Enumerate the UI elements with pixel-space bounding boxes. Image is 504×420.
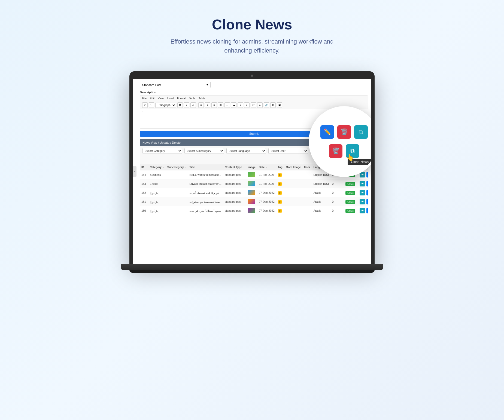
col-tag: Tag (276, 164, 284, 170)
menu-file[interactable]: File (142, 97, 147, 100)
paragraph-select[interactable]: Paragraph (155, 103, 176, 108)
col-user: User (302, 164, 312, 170)
magnify-delete-btn[interactable]: 🗑️ (337, 125, 351, 139)
menu-table[interactable]: Table (199, 97, 205, 100)
subcategory-filter[interactable]: Select Subcategory (184, 148, 224, 154)
menu-format[interactable]: Format (177, 97, 186, 100)
laptop-body: ✏️ 🗑️ ⧉ 🗑️ ⧉ Clone News 👆 ‹ (129, 71, 375, 264)
cell-id: 154 (140, 170, 148, 179)
undo-btn[interactable]: ↩ (142, 102, 148, 108)
cell-views: 0 (330, 188, 344, 197)
col-more-image: More Image (284, 164, 303, 170)
col-category: Category ↕ (148, 164, 166, 170)
indent-btn[interactable]: ⇥ (238, 102, 243, 108)
cell-operate: 👁 ✏ 🗑 ⧉ (358, 197, 368, 206)
col-title: Title ↕ (188, 164, 223, 170)
view-btn[interactable]: 👁 (360, 208, 365, 213)
magnify-clone-btn[interactable]: ⧉ (354, 125, 368, 139)
cell-subcategory (166, 206, 188, 215)
align-center-btn[interactable]: ≡ (205, 102, 210, 108)
link-btn[interactable]: 🔗 (264, 102, 269, 108)
user-filter[interactable]: Select User (268, 148, 308, 154)
cell-tag: 0 (276, 188, 284, 197)
view-btn[interactable]: 👁 (360, 181, 365, 186)
cell-content-type: standard post (223, 170, 246, 179)
laptop-foot (129, 270, 375, 273)
menu-view[interactable]: View (158, 97, 164, 100)
media-btn[interactable]: ▣ (277, 102, 282, 108)
cell-tag: 0 (276, 179, 284, 188)
outdent-btn[interactable]: ⇤ (244, 102, 250, 108)
menu-edit[interactable]: Edit (150, 97, 154, 100)
cell-user (302, 188, 312, 197)
cell-status: Active (344, 188, 358, 197)
table-btn[interactable]: ⊞ (218, 102, 223, 108)
superscript-btn[interactable]: x² (251, 102, 256, 108)
cell-more-image: - (284, 197, 303, 206)
menu-insert[interactable]: Insert (167, 97, 174, 100)
cell-user (302, 170, 312, 179)
bold-btn[interactable]: B (177, 102, 183, 108)
cell-date: 27-Dec-2022 (257, 206, 276, 215)
cell-id: 153 (140, 179, 148, 188)
edit-btn[interactable]: ✏ (366, 208, 368, 213)
align-right-btn[interactable]: ≡ (211, 102, 217, 108)
col-id: ID ↕ (140, 164, 148, 170)
table-body: 154 Business NSEE wants to increase... s… (140, 170, 368, 215)
cell-content-type: standard post (223, 188, 246, 197)
cell-views: 0 (330, 197, 344, 206)
redo-btn[interactable]: ↪ (149, 102, 154, 108)
sidebar-toggle[interactable]: ‹ (133, 166, 136, 177)
edit-btn[interactable]: ✏ (366, 172, 368, 177)
cell-language: Arabic (312, 188, 330, 197)
magnify-row-top: ✏️ 🗑️ ⧉ (320, 125, 368, 139)
highlight-btn[interactable]: A (190, 102, 196, 108)
cell-more-image: - (284, 179, 303, 188)
list-btn[interactable]: ☰ (224, 102, 230, 108)
cursor-hand-icon: 👆 (346, 154, 354, 161)
cell-operate: 👁 ✏ 🗑 ⧉ (358, 206, 368, 215)
image-btn[interactable]: 🖼 (270, 102, 276, 108)
edit-btn[interactable]: ✏ (366, 199, 368, 204)
cell-subcategory (166, 188, 188, 197)
cell-content-type: standard post (223, 179, 246, 188)
laptop-wrapper: ✏️ 🗑️ ⧉ 🗑️ ⧉ Clone News 👆 ‹ (129, 71, 375, 273)
cell-views: 0 (330, 206, 344, 215)
post-type-select[interactable]: Standard Post ▾ (140, 82, 211, 88)
cell-language: Arabic (312, 197, 330, 206)
view-btn[interactable]: 👁 (360, 190, 365, 195)
table-row: 150 إش/واج ...مجمع "صيدال" يعلن عن ت sta… (140, 206, 368, 215)
magnify-edit-btn[interactable]: ✏️ (320, 125, 334, 139)
cell-status: Active (344, 206, 358, 215)
category-filter[interactable]: Select Category (142, 148, 182, 154)
view-btn[interactable]: 👁 (360, 199, 365, 204)
cell-image (246, 197, 257, 206)
cell-status: Active (344, 179, 358, 188)
menu-tools[interactable]: Tools (189, 97, 195, 100)
cell-category: إش/واج (148, 188, 166, 197)
ordered-list-btn[interactable]: ≔ (231, 102, 236, 108)
table-header-title: News View / Update / Delete (142, 141, 181, 144)
edit-btn[interactable]: ✏ (366, 181, 368, 186)
laptop-screen: ✏️ 🗑️ ⧉ 🗑️ ⧉ Clone News 👆 ‹ (133, 79, 371, 264)
language-filter[interactable]: Select Language (226, 148, 266, 154)
align-left-btn[interactable]: ≡ (198, 102, 204, 108)
table-row: 152 إش/واج ...كورونا: عدم تسجيل أي إ sta… (140, 188, 368, 197)
cell-status: Active (344, 197, 358, 206)
subscript-btn[interactable]: x₂ (257, 102, 263, 108)
edit-btn[interactable]: ✏ (366, 190, 368, 195)
cell-subcategory (166, 179, 188, 188)
magnify-delete-btn-2[interactable]: 🗑️ (329, 144, 342, 158)
cell-category: إش/واج (148, 197, 166, 206)
col-subcategory: Subcategory ↕ (166, 164, 188, 170)
cell-operate: 👁 ✏ 🗑 ⧉ (358, 188, 368, 197)
cell-id: 151 (140, 197, 148, 206)
cell-tag: 0 (276, 197, 284, 206)
laptop-base (121, 264, 383, 270)
italic-btn[interactable]: I (184, 102, 189, 108)
cell-category: إش/واج (148, 206, 166, 215)
cell-content-type: standard post (223, 197, 246, 206)
cell-title: Envato Impact Statemen... (188, 179, 223, 188)
cell-tag: 0 (276, 170, 284, 179)
cell-title: ...مجمع "صيدال" يعلن عن ت (188, 206, 223, 215)
